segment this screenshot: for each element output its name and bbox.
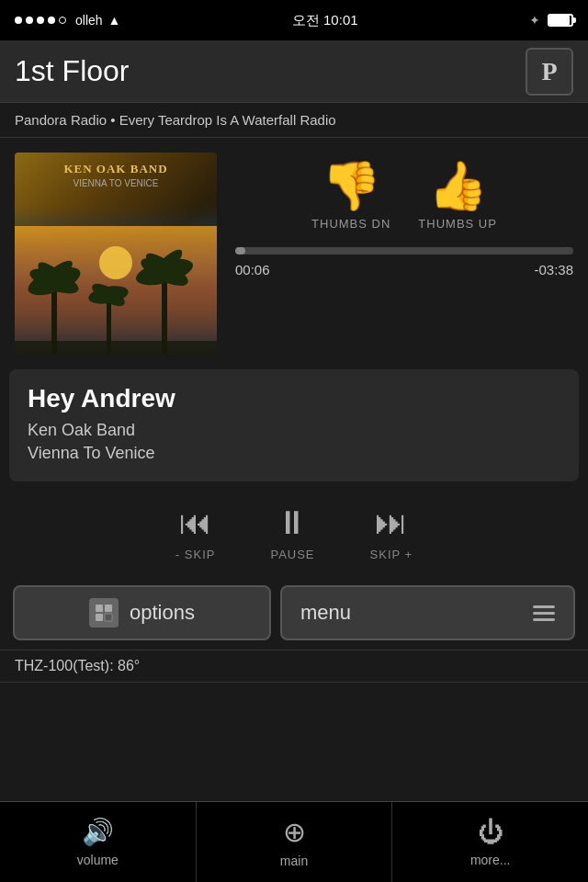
controls-row: ⏮ - SKIP ⏸ PAUSE ⏭ SKIP + — [0, 489, 588, 576]
svg-rect-16 — [96, 605, 103, 612]
dot-5 — [59, 17, 66, 24]
tab-bar: 🔊 volume ⊕ main ⏻ more... — [0, 801, 588, 882]
palm-trees-icon — [15, 226, 217, 355]
tab-more-label: more... — [470, 853, 511, 867]
rating-area: 👎 THUMBS DN 👍 THUMBS UP 00:06 -03:38 — [235, 153, 573, 277]
thumbs-up-label: THUMBS UP — [418, 217, 497, 231]
thumbs-down-icon: 👎 — [322, 162, 381, 209]
skip-back-label: - SKIP — [175, 548, 216, 561]
skip-back-button[interactable]: ⏮ - SKIP — [175, 503, 216, 561]
status-time: 오전 10:01 — [292, 12, 358, 29]
tab-main-label: main — [280, 854, 308, 868]
options-icon — [89, 598, 119, 628]
battery-indicator — [548, 14, 573, 27]
skip-forward-label: SKIP + — [370, 548, 413, 561]
more-icon: ⏻ — [478, 817, 503, 847]
menu-line-3 — [533, 618, 555, 621]
options-label: options — [130, 601, 195, 625]
progress-current: 00:06 — [235, 262, 270, 277]
album-art: KEN OAK BAND VIENNA TO VENICE — [15, 153, 217, 355]
progress-bar-container[interactable] — [235, 247, 573, 254]
skip-back-icon: ⏮ — [179, 503, 212, 542]
skip-forward-button[interactable]: ⏭ SKIP + — [370, 503, 413, 561]
pause-button[interactable]: ⏸ PAUSE — [270, 503, 314, 561]
pause-icon: ⏸ — [276, 503, 309, 542]
status-bar: olleh ▲ 오전 10:01 ✦ — [0, 0, 588, 40]
progress-area: 00:06 -03:38 — [235, 247, 573, 277]
track-album: Vienna To Venice — [28, 444, 560, 463]
tab-volume-label: volume — [77, 853, 119, 867]
svg-rect-17 — [105, 605, 112, 612]
progress-times: 00:06 -03:38 — [235, 262, 573, 277]
main-icon: ⊕ — [283, 816, 306, 848]
battery-fill — [549, 16, 570, 25]
status-right: ✦ — [529, 13, 573, 28]
pause-label: PAUSE — [270, 548, 314, 561]
tab-main[interactable]: ⊕ main — [197, 802, 393, 882]
menu-line-1 — [533, 605, 555, 608]
bluetooth-icon: ✦ — [529, 13, 540, 28]
status-left: olleh ▲ — [15, 13, 120, 28]
pandora-logo: P — [526, 48, 573, 96]
skip-forward-icon: ⏭ — [375, 503, 408, 542]
volume-icon: 🔊 — [82, 817, 114, 847]
options-svg-icon — [95, 604, 113, 622]
tab-volume[interactable]: 🔊 volume — [0, 802, 197, 882]
thumbs-down-label: THUMBS DN — [311, 217, 390, 231]
app-title: 1st Floor — [15, 54, 129, 88]
album-art-subtitle: VIENNA TO VENICE — [74, 178, 159, 188]
svg-point-1 — [99, 246, 132, 279]
wifi-icon: ▲ — [108, 13, 121, 28]
thumbs-down-button[interactable]: 👎 THUMBS DN — [311, 162, 390, 231]
tab-more[interactable]: ⏻ more... — [392, 802, 588, 882]
signal-dots — [15, 17, 66, 24]
device-info: THZ-100(Test): 86° — [0, 650, 588, 683]
app-header: 1st Floor P — [0, 40, 588, 103]
svg-rect-15 — [15, 341, 217, 355]
menu-label: menu — [300, 601, 351, 625]
progress-remaining: -03:38 — [534, 262, 573, 277]
now-playing-area: KEN OAK BAND VIENNA TO VENICE — [0, 138, 588, 369]
dot-4 — [48, 17, 55, 24]
thumbs-up-icon: 👍 — [428, 162, 488, 209]
menu-line-2 — [533, 612, 555, 615]
station-info: Pandora Radio • Every Teardrop Is A Wate… — [0, 103, 588, 138]
dot-3 — [37, 17, 44, 24]
action-buttons: options menu — [0, 576, 588, 650]
menu-button[interactable]: menu — [280, 585, 575, 640]
track-artist: Ken Oak Band — [28, 421, 560, 440]
thumbs-up-button[interactable]: 👍 THUMBS UP — [418, 162, 497, 231]
options-button[interactable]: options — [13, 585, 271, 640]
progress-bar-fill — [235, 247, 245, 254]
menu-lines-icon — [533, 605, 555, 621]
svg-rect-19 — [105, 614, 112, 621]
album-art-title: KEN OAK BAND — [63, 162, 167, 176]
dot-2 — [26, 17, 33, 24]
carrier-label: olleh — [75, 13, 103, 28]
track-name: Hey Andrew — [28, 384, 560, 413]
thumbs-row: 👎 THUMBS DN 👍 THUMBS UP — [311, 162, 497, 231]
svg-rect-18 — [96, 614, 103, 621]
track-info: Hey Andrew Ken Oak Band Vienna To Venice — [9, 369, 579, 481]
dot-1 — [15, 17, 22, 24]
